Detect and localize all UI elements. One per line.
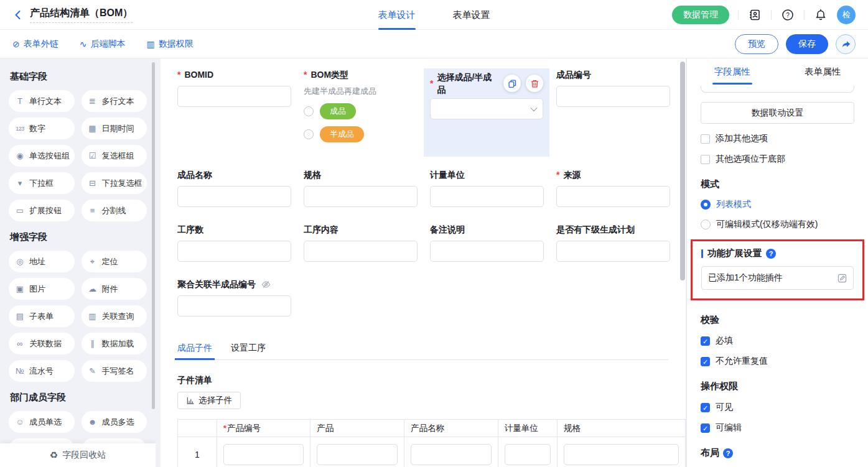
tab-form-properties[interactable]: 表单属性 xyxy=(778,58,868,85)
copy-field-button[interactable] xyxy=(503,75,521,92)
tab-form-settings[interactable]: 表单设置 xyxy=(453,0,490,30)
share-button[interactable] xyxy=(836,34,856,54)
field-spec[interactable]: 规格 xyxy=(304,169,430,223)
data-linkage-button[interactable]: 数据联动设置 xyxy=(701,102,854,124)
data-manage-button[interactable]: 数据管理 xyxy=(672,6,729,24)
cell-unit-input[interactable] xyxy=(505,444,551,465)
remark-input[interactable] xyxy=(430,241,544,262)
field-recycle-bin[interactable]: ♻ 字段回收站 xyxy=(0,443,156,467)
field-item-select[interactable]: ▾下拉框 xyxy=(9,172,75,194)
bom-type-option-finished[interactable]: 成品 xyxy=(304,103,430,119)
field-item-locate[interactable]: ⌖定位 xyxy=(82,251,147,272)
radio-list-mode[interactable]: 列表模式 xyxy=(701,199,854,210)
form-external-link[interactable]: ⊘ 表单外链 xyxy=(12,39,58,50)
radio-icon[interactable] xyxy=(701,200,711,210)
cell-product-name-input[interactable] xyxy=(411,444,492,465)
data-permission-link[interactable]: ▥ 数据权限 xyxy=(146,39,193,50)
checkbox-editable[interactable]: ✓ 可编辑 xyxy=(701,422,854,433)
avatar[interactable]: 检 xyxy=(837,6,856,24)
agg-semi-code-input[interactable] xyxy=(177,295,291,317)
unit-input[interactable] xyxy=(430,186,544,207)
checkbox-checked-icon[interactable]: ✓ xyxy=(701,357,710,366)
tab-set-process[interactable]: 设置工序 xyxy=(231,343,266,359)
bomid-input[interactable] xyxy=(177,86,291,107)
save-button[interactable]: 保存 xyxy=(786,34,828,54)
field-item-data-load[interactable]: ∥数据加载 xyxy=(82,333,147,354)
contact-book-icon[interactable] xyxy=(747,7,762,22)
checkbox-checked-icon[interactable]: ✓ xyxy=(701,403,710,412)
field-item-checkbox-group[interactable]: ☑复选框组 xyxy=(82,145,147,167)
field-agg-semi-code[interactable]: 聚合关联半成品编号 xyxy=(177,278,686,317)
field-product-code[interactable]: 成品编号 xyxy=(556,68,683,169)
source-input[interactable] xyxy=(556,186,670,207)
field-sub-plan[interactable]: 是否有下级生成计划 xyxy=(556,223,683,278)
help-icon[interactable]: ? xyxy=(780,7,795,22)
checkbox-no-duplicate[interactable]: ✓ 不允许重复值 xyxy=(701,356,854,367)
process-content-input[interactable] xyxy=(304,241,418,262)
radio-icon[interactable] xyxy=(304,106,314,116)
field-item-multi-text[interactable]: ≣多行文本 xyxy=(82,90,147,112)
field-item-member-single[interactable]: ☺成员单选 xyxy=(9,411,75,433)
field-bomid[interactable]: *BOMID xyxy=(177,68,304,169)
field-unit[interactable]: 计量单位 xyxy=(430,169,556,223)
help-circle-icon[interactable]: ? xyxy=(766,249,776,259)
tab-form-design[interactable]: 表单设计 xyxy=(378,0,416,30)
field-item-multiselect[interactable]: ⊟下拉复选框 xyxy=(82,172,147,194)
bom-type-option-semi[interactable]: 半成品 xyxy=(304,126,430,142)
field-process-count[interactable]: 工序数 xyxy=(177,223,304,278)
tab-product-children[interactable]: 成品子件 xyxy=(177,343,212,359)
field-item-serial-number[interactable]: №流水号 xyxy=(9,360,75,382)
field-bom-type[interactable]: *BOM类型 先建半成品再建成品 成品 半成品 xyxy=(304,68,430,169)
help-circle-icon[interactable]: ? xyxy=(723,448,733,458)
product-code-input[interactable] xyxy=(556,86,670,107)
field-item-linked-data[interactable]: ∞关联数据 xyxy=(9,333,75,354)
checkbox-other-option-bottom[interactable]: 其他选项位于底部 xyxy=(701,154,854,165)
process-count-input[interactable] xyxy=(177,241,291,262)
bell-icon[interactable] xyxy=(813,7,828,22)
checkbox-icon[interactable] xyxy=(701,134,710,144)
cell-product-code-input[interactable] xyxy=(223,444,304,465)
sidebar-scrollbar[interactable] xyxy=(152,62,155,409)
product-select-dropdown[interactable] xyxy=(430,98,543,119)
radio-editable-mode[interactable]: 可编辑模式(仅移动端有效) xyxy=(701,219,854,230)
field-item-datetime[interactable]: ▦日期时间 xyxy=(82,118,147,139)
field-item-linked-query[interactable]: ▥关联查询 xyxy=(82,305,147,327)
checkbox-visible[interactable]: ✓ 可见 xyxy=(701,402,854,413)
spec-input[interactable] xyxy=(304,186,418,207)
field-item-attachment[interactable]: ☁附件 xyxy=(82,278,147,300)
field-item-address[interactable]: ◎地址 xyxy=(9,251,75,272)
checkbox-icon[interactable] xyxy=(701,155,710,164)
field-item-single-text[interactable]: T单行文本 xyxy=(9,90,75,112)
radio-icon[interactable] xyxy=(701,220,711,229)
eye-slash-icon[interactable] xyxy=(261,280,271,289)
backend-script-link[interactable]: ∿ 后端脚本 xyxy=(80,39,126,50)
field-select-product[interactable]: *选择成品/半成品 xyxy=(430,68,556,169)
extension-plugin-field[interactable]: 已添加1个功能插件 xyxy=(701,266,854,290)
delete-field-button[interactable] xyxy=(526,75,543,92)
checkbox-required[interactable]: ✓ 必填 xyxy=(701,335,854,346)
cell-spec-input[interactable] xyxy=(564,444,679,465)
select-child-button[interactable]: 选择子件 xyxy=(177,392,241,409)
sub-plan-input[interactable] xyxy=(556,241,670,262)
checkbox-checked-icon[interactable]: ✓ xyxy=(701,423,710,433)
radio-icon[interactable] xyxy=(304,129,314,139)
preview-button[interactable]: 预览 xyxy=(735,34,778,54)
field-item-member-multi[interactable]: ☻成员多选 xyxy=(82,411,147,433)
canvas-scrollbar[interactable] xyxy=(680,62,685,280)
checkbox-checked-icon[interactable]: ✓ xyxy=(701,336,710,346)
field-item-divider[interactable]: ≡分割线 xyxy=(82,200,147,221)
field-item-image[interactable]: ▣图片 xyxy=(9,278,75,300)
cell-product-input[interactable] xyxy=(317,444,398,465)
partial-input[interactable] xyxy=(701,86,854,93)
field-item-expand-button[interactable]: ▭扩展按钮 xyxy=(9,200,75,221)
checkbox-add-other-option[interactable]: 添加其他选项 xyxy=(701,133,854,144)
back-button[interactable] xyxy=(12,9,24,21)
field-item-number[interactable]: 123数字 xyxy=(9,118,75,139)
field-remark[interactable]: 备注说明 xyxy=(430,223,556,278)
tab-field-properties[interactable]: 字段属性 xyxy=(687,58,778,85)
field-process-content[interactable]: 工序内容 xyxy=(304,223,430,278)
field-item-radio-group[interactable]: ◉单选按钮组 xyxy=(9,145,75,167)
field-source[interactable]: *来源 xyxy=(556,169,683,223)
selected-field-highlight[interactable]: *选择成品/半成品 xyxy=(424,68,549,157)
field-item-signature[interactable]: ✎手写签名 xyxy=(82,360,147,382)
